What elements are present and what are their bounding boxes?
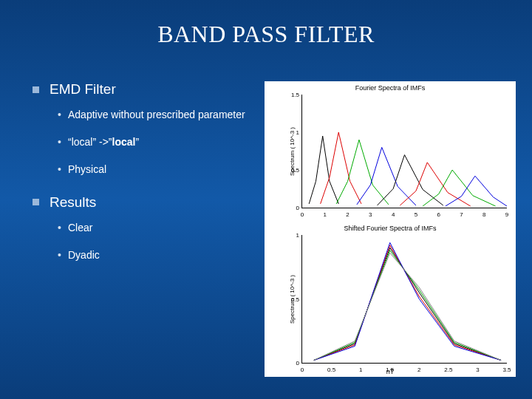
chart-panel: Fourier Spectra of IMFs Spectrum ( 10^-3…: [265, 81, 516, 377]
page-title: BAND PASS FILTER: [0, 0, 532, 48]
y-tick-label: 1: [289, 129, 299, 136]
section-heading: Results: [50, 194, 96, 211]
list-item: Physical: [58, 163, 254, 177]
square-bullet-icon: [33, 199, 39, 205]
chart-series-line: [357, 147, 416, 205]
chart-shifted-spectra: Shifted Fourier Spectra of IMFs Spectrum…: [265, 222, 516, 377]
x-tick-label: 2.5: [444, 366, 452, 373]
x-tick-label: 1: [324, 211, 327, 218]
square-bullet-icon: [33, 86, 39, 93]
x-tick-label: 1.5: [386, 366, 394, 373]
x-tick-label: 2: [346, 211, 349, 218]
sub-list: Clear Dyadic: [58, 221, 254, 262]
chart-series-line: [423, 170, 495, 206]
y-tick-label: 1.5: [289, 92, 299, 98]
x-tick-label: 0: [301, 211, 304, 218]
x-tick-label: 8: [482, 211, 485, 218]
chart-series-line: [321, 132, 361, 204]
y-tick-label: 0.5: [289, 296, 299, 302]
chart-series-line: [314, 245, 501, 361]
chart-title: Shifted Fourier Spectra of IMFs: [265, 222, 516, 232]
x-tick-label: 7: [460, 211, 463, 218]
section-results: Results Clear Dyadic: [33, 194, 254, 262]
x-tick-label: 2: [417, 366, 420, 373]
bullet-content: EMD Filter Adaptive without prescribed p…: [33, 81, 254, 279]
chart-series-line: [314, 242, 501, 360]
x-tick-label: 0.5: [327, 366, 335, 373]
x-tick-label: 3.5: [502, 366, 511, 373]
chart-title: Fourier Spectra of IMFs: [265, 81, 516, 92]
plot-area: 012345678900.511.5: [301, 95, 507, 208]
section-emd: EMD Filter Adaptive without prescribed p…: [33, 81, 254, 177]
section-heading: EMD Filter: [50, 81, 116, 98]
list-item: Dyadic: [58, 248, 254, 262]
x-tick-label: 1: [359, 366, 362, 373]
y-tick-label: 1: [289, 232, 299, 239]
x-tick-label: 3: [476, 366, 479, 373]
chart-series-line: [314, 253, 501, 360]
x-tick-label: 9: [505, 211, 508, 218]
list-item: “local” ->”local”: [58, 135, 254, 149]
y-tick-label: 0.5: [289, 167, 299, 174]
chart-series-line: [446, 176, 507, 206]
chart-fourier-spectra: Fourier Spectra of IMFs Spectrum ( 10^-3…: [265, 81, 516, 222]
x-tick-label: 6: [437, 211, 440, 218]
sub-list: Adaptive without prescribed parameter “l…: [58, 108, 254, 177]
x-tick-label: 5: [415, 211, 417, 218]
list-item: Clear: [58, 221, 254, 235]
x-tick-label: 4: [392, 211, 395, 218]
x-tick-label: 0: [301, 366, 304, 373]
x-tick-label: 3: [369, 211, 372, 218]
plot-area: 00.511.522.533.500.51: [301, 235, 507, 364]
y-tick-label: 0: [289, 360, 299, 366]
list-item: Adaptive without prescribed parameter: [58, 108, 254, 122]
section-header: EMD Filter: [33, 81, 254, 98]
chart-series-line: [314, 250, 501, 361]
section-header: Results: [33, 194, 254, 211]
chart-series-line: [314, 248, 501, 360]
y-tick-label: 0: [289, 205, 299, 211]
